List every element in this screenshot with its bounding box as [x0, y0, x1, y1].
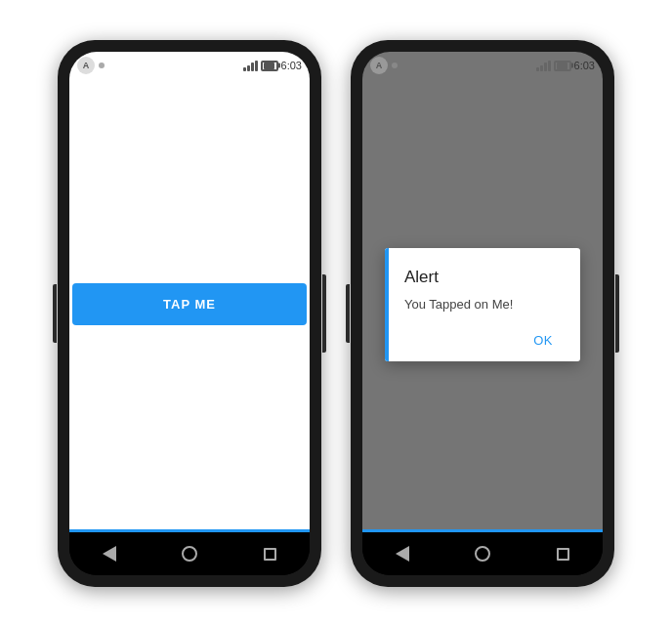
back-button[interactable]: [94, 538, 125, 569]
signal-bar-4: [548, 61, 551, 71]
status-dot-2: [392, 63, 398, 68]
back-icon: [103, 546, 116, 562]
status-dot: [99, 63, 105, 68]
home-button[interactable]: [174, 538, 205, 569]
phone-2-status-left: A: [370, 57, 398, 74]
battery-fill-2: [557, 63, 568, 69]
phone-1-status-left: A: [77, 57, 105, 74]
signal-bar-3: [544, 63, 547, 71]
app-icon-2: A: [370, 57, 388, 74]
phone-1-screen: TAP ME: [69, 79, 310, 529]
phones-container: A 6:03: [58, 40, 614, 587]
phone-2-status-right: 6:03: [536, 60, 595, 71]
phone-1-status-right: 6:03: [243, 60, 302, 71]
phone-1-nav-bar: [69, 532, 310, 575]
time-display-2: 6:03: [574, 60, 595, 71]
alert-buttons: OK: [404, 329, 561, 352]
phone-1-inner: A 6:03: [69, 52, 310, 575]
phone-2-status-bar: A 6:03: [362, 52, 603, 79]
alert-dialog: Alert You Tapped on Me! OK: [385, 248, 580, 361]
phone-1: A 6:03: [58, 40, 321, 587]
signal-bars: [243, 60, 258, 71]
back-icon-2: [396, 546, 409, 562]
home-button-2[interactable]: [467, 538, 498, 569]
signal-bar-4: [255, 61, 258, 71]
battery-icon: [261, 61, 278, 71]
signal-bar-2: [247, 65, 250, 71]
recents-button[interactable]: [254, 538, 285, 569]
app-icon: A: [77, 57, 95, 74]
phone-2-nav-bar: [362, 532, 603, 575]
signal-bars-2: [536, 60, 551, 71]
alert-ok-button[interactable]: OK: [525, 329, 561, 352]
alert-message: You Tapped on Me!: [404, 297, 561, 312]
recents-button-2[interactable]: [547, 538, 578, 569]
alert-title: Alert: [404, 268, 561, 287]
battery-icon-2: [554, 61, 571, 71]
back-button-2[interactable]: [387, 538, 418, 569]
home-icon: [182, 546, 197, 562]
signal-bar-1: [536, 67, 539, 71]
dialog-accent: [385, 248, 389, 361]
signal-bar-1: [243, 67, 246, 71]
phone-2-screen: Alert You Tapped on Me! OK: [362, 79, 603, 529]
battery-fill: [264, 63, 275, 69]
phone-2-inner: A 6:03: [362, 52, 603, 575]
tap-me-button[interactable]: TAP ME: [72, 283, 307, 325]
recents-icon-2: [557, 548, 569, 561]
phone-2: A 6:03: [351, 40, 614, 587]
phone-1-status-bar: A 6:03: [69, 52, 310, 79]
home-icon-2: [475, 546, 490, 562]
time-display: 6:03: [281, 60, 302, 71]
signal-bar-3: [251, 63, 254, 71]
recents-icon: [264, 548, 276, 561]
signal-bar-2: [540, 65, 543, 71]
